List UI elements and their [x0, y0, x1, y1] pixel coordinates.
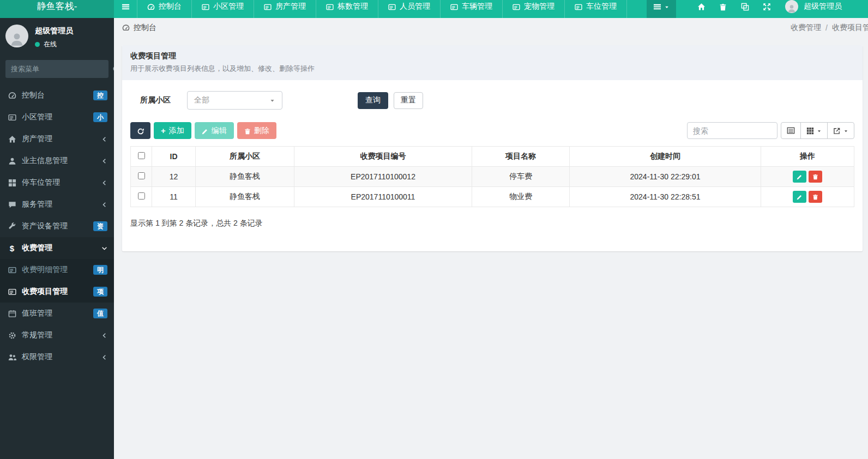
select-all-cell	[131, 147, 152, 167]
cell-community: 静鱼客栈	[196, 167, 294, 187]
wrench-icon	[8, 222, 16, 231]
query-button[interactable]: 查询	[358, 92, 388, 109]
list-alt-icon	[8, 266, 16, 274]
fee-management-submenu: 收费明细管理 明 收费项目管理 项	[0, 259, 114, 303]
delete-button[interactable]: 删除	[237, 122, 276, 139]
menu-badge: 值	[93, 309, 107, 318]
reset-button[interactable]: 重置	[394, 92, 423, 109]
trash-icon	[244, 126, 251, 135]
switch-window-button[interactable]	[734, 0, 756, 18]
edit-row-button[interactable]	[793, 171, 806, 183]
user-icon	[8, 157, 16, 165]
fullscreen-icon	[763, 2, 771, 11]
pagination-toggle-button[interactable]	[781, 122, 801, 139]
sidebar-item-service[interactable]: 服务管理	[0, 194, 114, 215]
caret-down-icon	[843, 126, 848, 135]
clear-trash-button[interactable]	[712, 0, 734, 18]
breadcrumb-home[interactable]: 控制台	[134, 23, 156, 33]
sidebar-toggle-button[interactable]	[114, 0, 137, 18]
community-select[interactable]: 全部	[187, 91, 282, 110]
col-name: 项目名称	[472, 147, 570, 167]
navbar-item-console[interactable]: 控制台	[137, 0, 192, 18]
col-actions: 操作	[761, 147, 854, 167]
navbar-item-pet[interactable]: 宠物管理	[503, 0, 565, 18]
list-alt-icon	[8, 113, 16, 122]
hamburger-icon	[122, 2, 130, 11]
navbar-more-menus-dropdown[interactable]	[647, 0, 676, 18]
fullscreen-button[interactable]	[756, 0, 777, 18]
cell-created: 2024-11-30 22:28:51	[570, 187, 761, 207]
cell-id: 12	[152, 167, 196, 187]
navbar-item-building[interactable]: 栋数管理	[316, 0, 378, 18]
delete-row-button[interactable]	[809, 171, 822, 183]
navbar-right: 超级管理员	[647, 0, 868, 18]
list-alt-icon	[202, 2, 209, 10]
add-button[interactable]: +添加	[154, 122, 191, 139]
tachometer-icon	[147, 2, 155, 10]
sidebar-item-permission[interactable]: 权限管理	[0, 346, 114, 368]
sidebar-item-fee-management[interactable]: $ 收费管理	[0, 237, 114, 259]
th-large-icon	[8, 179, 16, 187]
columns-button[interactable]	[800, 122, 828, 139]
sidebar-item-property[interactable]: 房产管理	[0, 128, 114, 150]
navbar-user-name: 超级管理员	[804, 2, 842, 11]
sidebar-menu: 控制台 控 小区管理 小 房产管理 业主信息管理 停车位管理 服务管理	[0, 84, 114, 368]
navbar-item-parking[interactable]: 车位管理	[565, 0, 627, 18]
sidebar-search-input[interactable]	[5, 65, 110, 73]
edit-button[interactable]: 编辑	[195, 122, 234, 139]
sidebar-item-owner-info[interactable]: 业主信息管理	[0, 150, 114, 172]
main-content: 控制台 收费管理 / 收费项目管理 收费项目管理 用于展示收费项目列表信息，以及…	[114, 18, 868, 459]
sidebar-item-general[interactable]: 常规管理	[0, 324, 114, 346]
fee-item-panel: 收费项目管理 用于展示收费项目列表信息，以及增加、修改、删除等操作 所属小区 全…	[122, 45, 863, 251]
sidebar-item-parking-space[interactable]: 停车位管理	[0, 172, 114, 194]
navbar-item-property[interactable]: 房产管理	[254, 0, 316, 18]
cell-name: 物业费	[472, 187, 570, 207]
delete-row-button[interactable]	[809, 191, 822, 203]
refresh-icon	[137, 126, 144, 135]
list-alt-icon	[8, 288, 16, 296]
calendar-icon	[8, 310, 16, 318]
tachometer-icon	[122, 24, 130, 32]
chevron-left-icon	[101, 136, 107, 142]
cell-id: 11	[152, 187, 196, 207]
col-code: 收费项目编号	[294, 147, 472, 167]
table-search-input[interactable]	[687, 122, 777, 139]
sidebar-item-community[interactable]: 小区管理 小	[0, 106, 114, 128]
trash-icon	[812, 193, 818, 201]
col-id: ID	[152, 147, 196, 167]
cell-community: 静鱼客栈	[196, 187, 294, 207]
windows-icon	[741, 2, 749, 11]
row-checkbox[interactable]	[138, 192, 145, 200]
sidebar-item-duty[interactable]: 值班管理 值	[0, 303, 114, 324]
chevron-left-icon	[101, 202, 107, 208]
tachometer-icon	[8, 92, 16, 100]
refresh-button[interactable]	[130, 122, 150, 139]
menu-badge: 小	[93, 112, 107, 122]
sidebar-item-fee-item[interactable]: 收费项目管理 项	[0, 281, 114, 303]
breadcrumb-section[interactable]: 收费管理	[791, 23, 821, 33]
home-button[interactable]	[690, 0, 712, 18]
edit-row-button[interactable]	[793, 191, 806, 203]
sidebar-item-console[interactable]: 控制台 控	[0, 84, 114, 106]
navbar-item-vehicle[interactable]: 车辆管理	[441, 0, 503, 18]
navbar-user-menu[interactable]: 超级管理员	[785, 0, 842, 18]
sidebar-item-asset-equipment[interactable]: 资产设备管理 资	[0, 215, 114, 237]
row-checkbox[interactable]	[138, 172, 145, 179]
menu-badge: 明	[93, 265, 107, 275]
table-toolbar: +添加 编辑 删除	[130, 122, 854, 139]
list-alt-icon	[388, 2, 396, 10]
list-alt-icon	[326, 2, 334, 10]
sidebar-search	[5, 60, 108, 78]
page-title: 收费项目管理	[130, 51, 854, 61]
navbar-item-community[interactable]: 小区管理	[192, 0, 254, 18]
pencil-icon	[797, 173, 803, 181]
navbar-item-personnel[interactable]: 人员管理	[378, 0, 441, 18]
trash-icon	[812, 173, 818, 181]
sidebar-item-fee-detail[interactable]: 收费明细管理 明	[0, 259, 114, 281]
select-all-checkbox[interactable]	[138, 152, 145, 159]
chevron-left-icon	[101, 354, 107, 360]
export-button[interactable]	[827, 122, 854, 139]
brand-title[interactable]: 静鱼客栈-	[0, 0, 114, 18]
table-header-row: ID 所属小区 收费项目编号 项目名称 创建时间 操作	[131, 147, 854, 167]
breadcrumb: 控制台 收费管理 / 收费项目管理	[114, 18, 868, 38]
